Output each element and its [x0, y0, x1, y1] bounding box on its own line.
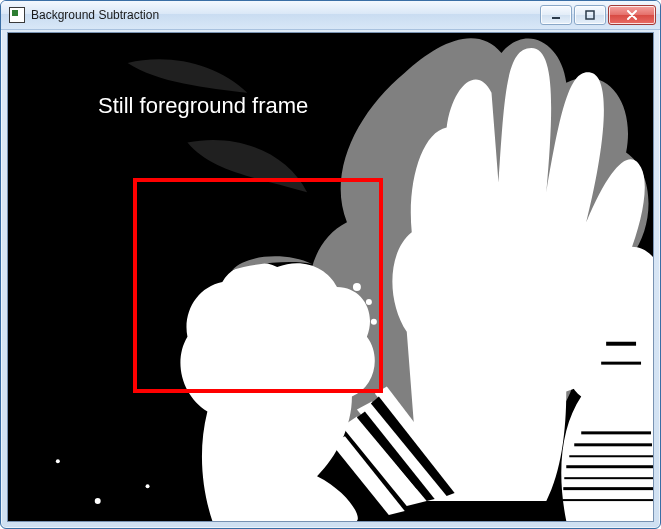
window-controls	[538, 5, 656, 25]
svg-rect-1	[586, 11, 594, 19]
svg-rect-10	[606, 342, 636, 346]
minimize-icon	[551, 10, 561, 20]
minimize-button[interactable]	[540, 5, 572, 25]
svg-rect-5	[569, 455, 653, 457]
svg-rect-4	[574, 443, 652, 446]
svg-rect-11	[601, 362, 641, 365]
svg-rect-9	[562, 499, 653, 501]
roi-rectangle	[133, 178, 383, 393]
svg-point-14	[56, 459, 60, 463]
app-window: Background Subtraction	[0, 0, 661, 529]
svg-rect-8	[563, 487, 653, 490]
svg-rect-7	[564, 477, 653, 479]
svg-point-12	[95, 498, 101, 504]
svg-point-13	[146, 484, 150, 488]
close-button[interactable]	[608, 5, 656, 25]
maximize-button[interactable]	[574, 5, 606, 25]
svg-rect-3	[581, 431, 651, 434]
svg-rect-0	[552, 17, 560, 19]
window-title: Background Subtraction	[31, 8, 159, 22]
close-icon	[626, 10, 638, 20]
maximize-icon	[585, 10, 595, 20]
titlebar[interactable]: Background Subtraction	[1, 1, 660, 30]
app-icon	[9, 7, 25, 23]
svg-rect-6	[566, 465, 653, 468]
overlay-caption: Still foreground frame	[98, 93, 308, 119]
image-viewport: Still foreground frame	[7, 32, 654, 522]
